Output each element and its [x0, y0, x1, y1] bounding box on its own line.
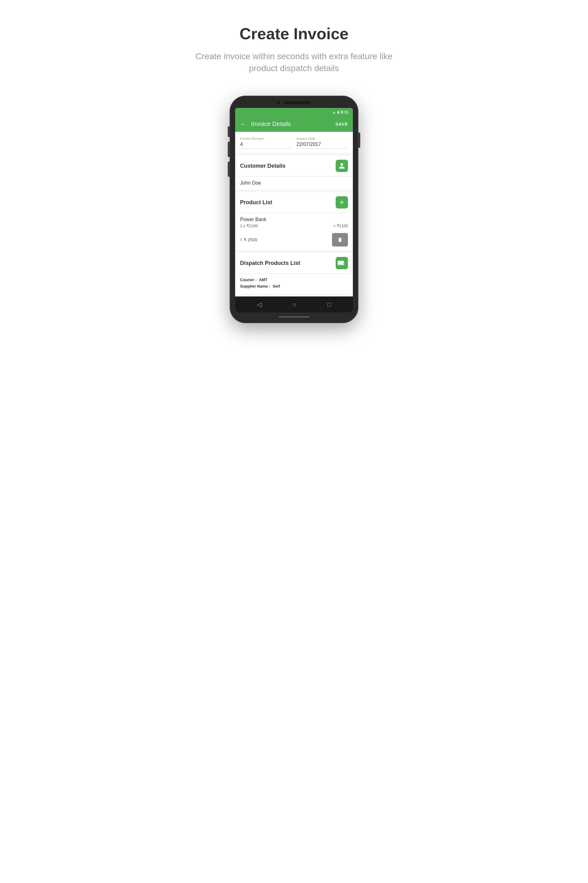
invoice-number-value[interactable]: 4: [240, 142, 291, 149]
truck-icon: [337, 260, 346, 267]
customer-section-title: Customer Details: [240, 163, 285, 169]
supplier-value: Self: [273, 284, 280, 288]
trash-icon: [337, 236, 343, 243]
signal-icon: ▲: [332, 110, 336, 114]
invoice-date-field: Invoice Date 22/07/2017: [297, 137, 348, 149]
product-section-title: Product List: [240, 199, 272, 206]
home-indicator: [279, 316, 309, 318]
invoice-date-label: Invoice Date: [297, 137, 348, 141]
customer-name: John Doe: [240, 180, 348, 186]
add-customer-button[interactable]: [336, 160, 348, 172]
customer-details-section: Customer Details John Doe: [235, 156, 353, 189]
back-button[interactable]: ←: [240, 120, 246, 127]
front-camera: [277, 101, 280, 104]
status-time: 8:11: [340, 110, 349, 114]
product-price-row: 1 x ₹1100 = ₹1100: [240, 223, 348, 231]
screen-content: Invoice Number 4 Invoice Date 22/07/2017…: [235, 132, 353, 294]
product-qty-price: 1 x ₹1100: [240, 223, 258, 228]
product-name: Power Bank: [240, 217, 348, 222]
phone-screen: ▲ ▮ 8:11 ← Invoice Details SAVE Invoice …: [235, 108, 353, 312]
nav-home-icon[interactable]: ○: [292, 301, 296, 308]
phone-mockup: ▲ ▮ 8:11 ← Invoice Details SAVE Invoice …: [230, 96, 358, 323]
invoice-number-label: Invoice Number: [240, 137, 291, 141]
add-product-button[interactable]: [336, 196, 348, 208]
invoice-fields-row: Invoice Number 4 Invoice Date 22/07/2017: [235, 132, 353, 153]
person-icon: [339, 162, 345, 169]
nav-recent-icon[interactable]: □: [327, 301, 331, 308]
courier-value: AMT: [259, 277, 267, 282]
battery-icon: ▮: [337, 110, 339, 114]
mute-button: [228, 126, 230, 137]
product-section-header: Product List: [235, 192, 353, 213]
invoice-number-field: Invoice Number 4: [240, 137, 297, 149]
add-icon: [339, 199, 345, 206]
product-item: Power Bank 1 x ₹1100 = ₹1100: [235, 213, 353, 231]
app-bar-left: ← Invoice Details: [240, 120, 291, 127]
volume-down-button: [228, 162, 230, 177]
invoice-date-value[interactable]: 22/07/2017: [297, 142, 348, 149]
phone-bottom-bar: [235, 316, 353, 318]
customer-section-content: John Doe: [235, 177, 353, 189]
courier-label: Courier :: [240, 277, 256, 282]
product-list-section: Product List Power Bank 1 x ₹1100 = ₹110…: [235, 192, 353, 250]
page-subtitle: Create invoice within seconds with extra…: [187, 50, 401, 74]
product-total-row: = ₹ 2500: [235, 231, 353, 250]
supplier-label: Supplier Name :: [240, 284, 270, 288]
product-grand-total: = ₹ 2500: [240, 237, 257, 242]
product-line-total: = ₹1100: [333, 223, 348, 228]
phone-top-bar: [235, 101, 353, 104]
volume-up-button: [228, 142, 230, 157]
page-title: Create Invoice: [239, 24, 349, 43]
dispatch-section-content: Courier : AMT Supplier Name : Self: [235, 274, 353, 294]
add-dispatch-button[interactable]: [336, 257, 348, 269]
supplier-row: Supplier Name : Self: [240, 284, 348, 288]
power-button: [358, 132, 360, 148]
phone-speaker: [284, 102, 311, 104]
delete-product-button[interactable]: [332, 233, 348, 246]
dispatch-section-title: Dispatch Products List: [240, 260, 300, 267]
customer-section-header: Customer Details: [235, 156, 353, 177]
app-bar-title: Invoice Details: [251, 120, 291, 127]
dispatch-section-header: Dispatch Products List: [235, 253, 353, 274]
courier-row: Courier : AMT: [240, 277, 348, 282]
app-bar: ← Invoice Details SAVE: [235, 116, 353, 132]
nav-bar: ◁ ○ □: [235, 297, 353, 312]
status-icons: ▲ ▮ 8:11: [332, 110, 349, 114]
dispatch-list-section: Dispatch Products List Courier : AMT Sup…: [235, 253, 353, 294]
status-bar: ▲ ▮ 8:11: [235, 108, 353, 116]
save-button[interactable]: SAVE: [335, 122, 348, 127]
nav-back-icon[interactable]: ◁: [257, 301, 261, 308]
